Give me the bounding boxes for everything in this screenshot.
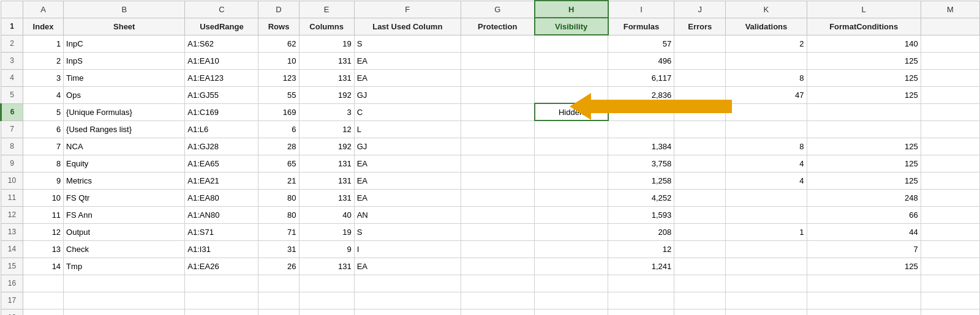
cell-m12[interactable] [921,206,979,223]
cell-a12[interactable]: 11 [23,206,64,223]
cell-f9[interactable]: EA [354,155,461,172]
cell-m2[interactable] [921,35,979,52]
col-header-f[interactable]: F [354,1,461,18]
cell-d9[interactable]: 65 [258,155,299,172]
cell-a1[interactable]: Index [23,18,64,35]
cell-m13[interactable] [921,223,979,240]
cell-l7[interactable] [807,120,921,138]
cell-g9[interactable] [461,155,534,172]
cell-h17[interactable] [535,292,608,309]
cell-f4[interactable]: EA [354,69,461,86]
cell-m15[interactable] [921,258,979,275]
cell-k8[interactable]: 8 [726,138,807,155]
cell-i6[interactable] [608,103,674,120]
cell-c3[interactable]: A1:EA10 [185,52,258,69]
cell-d8[interactable]: 28 [258,138,299,155]
cell-e18[interactable] [299,309,354,315]
cell-d3[interactable]: 10 [258,52,299,69]
cell-j2[interactable] [674,35,726,52]
cell-c15[interactable]: A1:EA26 [185,258,258,275]
cell-b16[interactable] [64,275,185,292]
cell-k17[interactable] [726,292,807,309]
cell-h6[interactable]: Hidden [535,103,608,120]
cell-i2[interactable]: 57 [608,35,674,52]
cell-m1[interactable] [921,18,979,35]
cell-c6[interactable]: A1:C169 [185,103,258,120]
cell-f10[interactable]: EA [354,172,461,189]
cell-a5[interactable]: 4 [23,86,64,103]
cell-f13[interactable]: S [354,223,461,240]
cell-d7[interactable]: 6 [258,120,299,138]
cell-k3[interactable] [726,52,807,69]
cell-a6[interactable]: 5 [23,103,64,120]
cell-f15[interactable]: EA [354,258,461,275]
cell-d15[interactable]: 26 [258,258,299,275]
cell-j16[interactable] [674,275,726,292]
cell-c2[interactable]: A1:S62 [185,35,258,52]
cell-g8[interactable] [461,138,534,155]
col-header-k[interactable]: K [726,1,807,18]
cell-j10[interactable] [674,172,726,189]
col-header-j[interactable]: J [674,1,726,18]
cell-e16[interactable] [299,275,354,292]
cell-f3[interactable]: EA [354,52,461,69]
cell-m6[interactable] [921,103,979,120]
cell-b17[interactable] [64,292,185,309]
cell-f17[interactable] [354,292,461,309]
cell-d13[interactable]: 71 [258,223,299,240]
cell-e17[interactable] [299,292,354,309]
cell-m11[interactable] [921,189,979,206]
col-header-e[interactable]: E [299,1,354,18]
col-header-l[interactable]: L [807,1,921,18]
cell-g18[interactable] [461,309,534,315]
cell-h5[interactable] [535,86,608,103]
cell-k7[interactable] [726,120,807,138]
col-header-i[interactable]: I [608,1,674,18]
cell-m3[interactable] [921,52,979,69]
cell-e1[interactable]: Columns [299,18,354,35]
cell-c4[interactable]: A1:EA123 [185,69,258,86]
cell-h4[interactable] [535,69,608,86]
cell-c13[interactable]: A1:S71 [185,223,258,240]
cell-b11[interactable]: FS Qtr [64,189,185,206]
cell-k1[interactable]: Validations [726,18,807,35]
cell-e7[interactable]: 12 [299,120,354,138]
cell-c5[interactable]: A1:GJ55 [185,86,258,103]
cell-d17[interactable] [258,292,299,309]
cell-e11[interactable]: 131 [299,189,354,206]
cell-k15[interactable] [726,258,807,275]
cell-c17[interactable] [185,292,258,309]
cell-i11[interactable]: 4,252 [608,189,674,206]
cell-a17[interactable] [23,292,64,309]
cell-k18[interactable] [726,309,807,315]
cell-c10[interactable]: A1:EA21 [185,172,258,189]
cell-l16[interactable] [807,275,921,292]
cell-c1[interactable]: UsedRange [185,18,258,35]
cell-l8[interactable]: 125 [807,138,921,155]
cell-h13[interactable] [535,223,608,240]
cell-h2[interactable] [535,35,608,52]
cell-g4[interactable] [461,69,534,86]
cell-b8[interactable]: NCA [64,138,185,155]
cell-k5[interactable]: 47 [726,86,807,103]
cell-m14[interactable] [921,240,979,258]
cell-e5[interactable]: 192 [299,86,354,103]
cell-e9[interactable]: 131 [299,155,354,172]
cell-a18[interactable] [23,309,64,315]
cell-m17[interactable] [921,292,979,309]
cell-d2[interactable]: 62 [258,35,299,52]
cell-l10[interactable]: 125 [807,172,921,189]
cell-f8[interactable]: GJ [354,138,461,155]
cell-b2[interactable]: InpC [64,35,185,52]
cell-d12[interactable]: 80 [258,206,299,223]
cell-e12[interactable]: 40 [299,206,354,223]
cell-f1[interactable]: Last Used Column [354,18,461,35]
cell-g15[interactable] [461,258,534,275]
cell-j9[interactable] [674,155,726,172]
cell-f18[interactable] [354,309,461,315]
cell-b18[interactable] [64,309,185,315]
cell-b15[interactable]: Tmp [64,258,185,275]
cell-i15[interactable]: 1,241 [608,258,674,275]
cell-m18[interactable] [921,309,979,315]
cell-f16[interactable] [354,275,461,292]
